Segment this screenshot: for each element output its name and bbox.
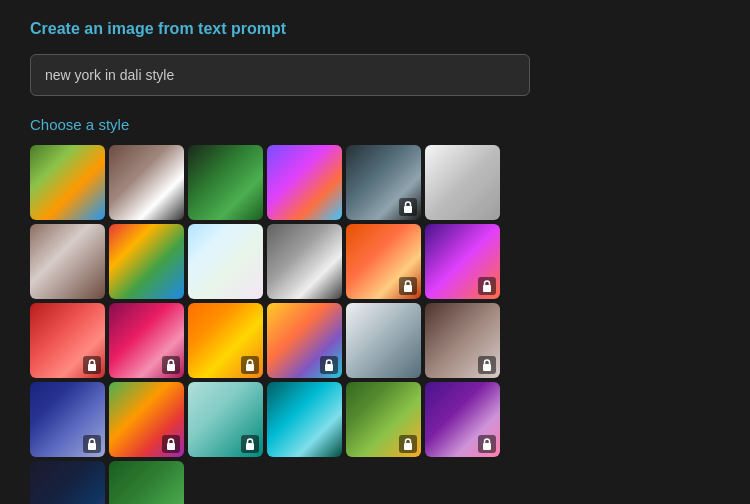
prompt-input[interactable] <box>30 54 530 96</box>
style-item-11[interactable] <box>346 224 421 299</box>
svg-rect-1 <box>404 285 412 292</box>
lock-icon <box>162 356 180 374</box>
lock-icon <box>241 356 259 374</box>
svg-rect-6 <box>325 364 333 371</box>
style-item-12[interactable] <box>425 224 500 299</box>
lock-icon <box>241 435 259 453</box>
lock-icon <box>478 277 496 295</box>
svg-rect-3 <box>88 364 96 371</box>
lock-icon <box>320 356 338 374</box>
svg-rect-0 <box>404 206 412 213</box>
style-item-13[interactable] <box>30 303 105 378</box>
style-item-4[interactable] <box>267 145 342 220</box>
lock-icon <box>478 356 496 374</box>
svg-rect-9 <box>167 443 175 450</box>
style-item-19[interactable] <box>30 382 105 457</box>
style-item-23[interactable] <box>346 382 421 457</box>
style-item-1[interactable] <box>30 145 105 220</box>
style-item-18[interactable] <box>425 303 500 378</box>
lock-icon <box>399 277 417 295</box>
style-item-3[interactable] <box>188 145 263 220</box>
style-item-25[interactable] <box>30 461 105 504</box>
svg-rect-4 <box>167 364 175 371</box>
style-item-16[interactable] <box>267 303 342 378</box>
svg-rect-5 <box>246 364 254 371</box>
lock-icon <box>478 435 496 453</box>
svg-rect-7 <box>483 364 491 371</box>
svg-rect-10 <box>246 443 254 450</box>
style-item-24[interactable] <box>425 382 500 457</box>
style-item-17[interactable] <box>346 303 421 378</box>
style-item-8[interactable] <box>109 224 184 299</box>
svg-rect-11 <box>404 443 412 450</box>
style-item-7[interactable] <box>30 224 105 299</box>
page-title: Create an image from text prompt <box>30 20 720 38</box>
style-item-6[interactable] <box>425 145 500 220</box>
style-item-2[interactable] <box>109 145 184 220</box>
lock-icon <box>83 435 101 453</box>
style-item-10[interactable] <box>267 224 342 299</box>
style-item-9[interactable] <box>188 224 263 299</box>
lock-icon <box>83 356 101 374</box>
lock-icon <box>399 198 417 216</box>
style-item-21[interactable] <box>188 382 263 457</box>
style-item-20[interactable] <box>109 382 184 457</box>
styles-grid <box>30 145 720 504</box>
style-item-14[interactable] <box>109 303 184 378</box>
section-title: Choose a style <box>30 116 720 133</box>
svg-rect-2 <box>483 285 491 292</box>
lock-icon <box>399 435 417 453</box>
style-item-5[interactable] <box>346 145 421 220</box>
style-item-26[interactable] <box>109 461 184 504</box>
svg-rect-12 <box>483 443 491 450</box>
style-item-15[interactable] <box>188 303 263 378</box>
style-item-22[interactable] <box>267 382 342 457</box>
svg-rect-8 <box>88 443 96 450</box>
lock-icon <box>162 435 180 453</box>
